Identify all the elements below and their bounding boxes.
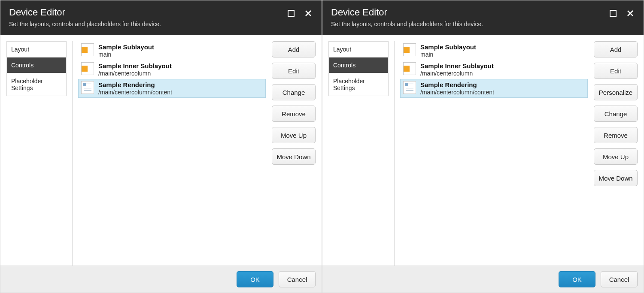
- sidebar-item-layout[interactable]: Layout: [7, 42, 66, 57]
- ok-button[interactable]: OK: [237, 271, 273, 287]
- dialog-window-controls: [608, 7, 635, 18]
- dialog-body: Layout Controls Placeholder Settings Sam…: [0, 35, 322, 266]
- action-group: Move Up Move Down: [594, 148, 638, 186]
- sidebar-item-label: Controls: [333, 62, 355, 69]
- dialog-title: Device Editor: [331, 7, 483, 18]
- dialog-header: Device Editor Set the layouts, controls …: [0, 0, 322, 35]
- add-button[interactable]: Add: [272, 41, 316, 57]
- dialog-footer: OK Cancel: [322, 266, 644, 293]
- edit-button[interactable]: Edit: [594, 63, 638, 79]
- cancel-button[interactable]: Cancel: [601, 271, 638, 287]
- sidebar-item-layout[interactable]: Layout: [329, 42, 388, 57]
- list-item[interactable]: Sample Rendering /main/centercolumn/cont…: [78, 79, 266, 98]
- sidebar: Layout Controls Placeholder Settings: [6, 41, 67, 96]
- rendering-icon: [81, 81, 94, 94]
- action-buttons: Add Edit Change Remove Move Up Move Down: [272, 41, 316, 266]
- edit-button[interactable]: Edit: [272, 63, 316, 79]
- action-buttons: Add Edit Personalize Change Remove Move …: [594, 41, 638, 266]
- personalize-button[interactable]: Personalize: [594, 84, 638, 100]
- sidebar-item-placeholder-settings[interactable]: Placeholder Settings: [329, 73, 388, 96]
- list-item-title: Sample Rendering: [420, 81, 494, 88]
- dialog-header-text: Device Editor Set the layouts, controls …: [331, 7, 483, 27]
- sidebar-item-label: Controls: [11, 62, 33, 69]
- list-item-sub: main: [98, 51, 154, 58]
- list-item-title: Sample Sublayout: [420, 43, 476, 51]
- list-item[interactable]: Sample Inner Sublayout /main/centercolum…: [78, 60, 266, 79]
- sidebar-item-label: Layout: [11, 46, 29, 53]
- sublayout-icon: [81, 62, 94, 75]
- controls-list: Sample Sublayout main Sample Inner Subla…: [78, 41, 266, 266]
- add-button[interactable]: Add: [594, 41, 638, 57]
- dialog-window-controls: [286, 7, 313, 18]
- list-item[interactable]: Sample Inner Sublayout /main/centercolum…: [400, 60, 588, 79]
- list-item[interactable]: Sample Rendering /main/centercolumn/cont…: [400, 79, 588, 98]
- move-up-button[interactable]: Move Up: [594, 148, 638, 165]
- sidebar-item-label: Layout: [333, 46, 351, 53]
- svg-rect-1: [610, 10, 616, 16]
- svg-rect-0: [288, 10, 294, 16]
- move-down-button[interactable]: Move Down: [594, 170, 638, 186]
- list-item-sub: /main/centercolumn: [420, 70, 494, 77]
- sidebar-item-controls[interactable]: Controls: [7, 57, 66, 73]
- sidebar-item-label: Placeholder Settings: [333, 78, 365, 91]
- list-item-title: Sample Sublayout: [98, 43, 154, 51]
- main-content: Sample Sublayout main Sample Inner Subla…: [395, 41, 638, 266]
- list-item-title: Sample Inner Sublayout: [420, 62, 494, 69]
- close-icon[interactable]: [626, 9, 635, 18]
- remove-button[interactable]: Remove: [594, 127, 638, 143]
- device-editor-panel-left: Device Editor Set the layouts, controls …: [0, 0, 322, 293]
- maximize-icon[interactable]: [286, 9, 296, 18]
- sidebar-item-placeholder-settings[interactable]: Placeholder Settings: [7, 73, 66, 96]
- change-button[interactable]: Change: [272, 84, 316, 100]
- cancel-button[interactable]: Cancel: [279, 271, 316, 287]
- sidebar: Layout Controls Placeholder Settings: [328, 41, 389, 96]
- list-item-title: Sample Inner Sublayout: [98, 62, 172, 69]
- list-item[interactable]: Sample Sublayout main: [400, 41, 588, 60]
- sublayout-icon: [81, 43, 94, 56]
- main-content: Sample Sublayout main Sample Inner Subla…: [73, 41, 316, 266]
- action-group: Add Edit Personalize Change Remove: [594, 41, 638, 143]
- close-icon[interactable]: [304, 9, 313, 18]
- sidebar-item-controls[interactable]: Controls: [329, 57, 388, 73]
- dialog-header-text: Device Editor Set the layouts, controls …: [9, 7, 161, 27]
- dialog-header: Device Editor Set the layouts, controls …: [322, 0, 644, 35]
- remove-button[interactable]: Remove: [272, 106, 316, 122]
- dialog-subtitle: Set the layouts, controls and placeholde…: [331, 21, 483, 27]
- list-item-sub: /main/centercolumn/content: [420, 89, 494, 96]
- sublayout-icon: [403, 62, 416, 75]
- maximize-icon[interactable]: [608, 9, 618, 18]
- rendering-icon: [403, 81, 416, 94]
- controls-list: Sample Sublayout main Sample Inner Subla…: [400, 41, 588, 266]
- move-up-button[interactable]: Move Up: [272, 127, 316, 143]
- sublayout-icon: [403, 43, 416, 56]
- device-editor-panel-right: Device Editor Set the layouts, controls …: [322, 0, 644, 293]
- list-item-title: Sample Rendering: [98, 81, 172, 88]
- list-item-sub: main: [420, 51, 476, 58]
- dialog-body: Layout Controls Placeholder Settings Sam…: [322, 35, 644, 266]
- list-item[interactable]: Sample Sublayout main: [78, 41, 266, 60]
- dialog-title: Device Editor: [9, 7, 161, 18]
- change-button[interactable]: Change: [594, 106, 638, 122]
- list-item-sub: /main/centercolumn: [98, 70, 172, 77]
- dialog-footer: OK Cancel: [0, 266, 322, 293]
- list-item-sub: /main/centercolumn/content: [98, 89, 172, 96]
- ok-button[interactable]: OK: [559, 271, 595, 287]
- action-group: Move Up Move Down: [272, 127, 316, 165]
- sidebar-item-label: Placeholder Settings: [11, 78, 43, 91]
- move-down-button[interactable]: Move Down: [272, 148, 316, 165]
- dialog-subtitle: Set the layouts, controls and placeholde…: [9, 21, 161, 27]
- action-group: Add Edit Change Remove: [272, 41, 316, 122]
